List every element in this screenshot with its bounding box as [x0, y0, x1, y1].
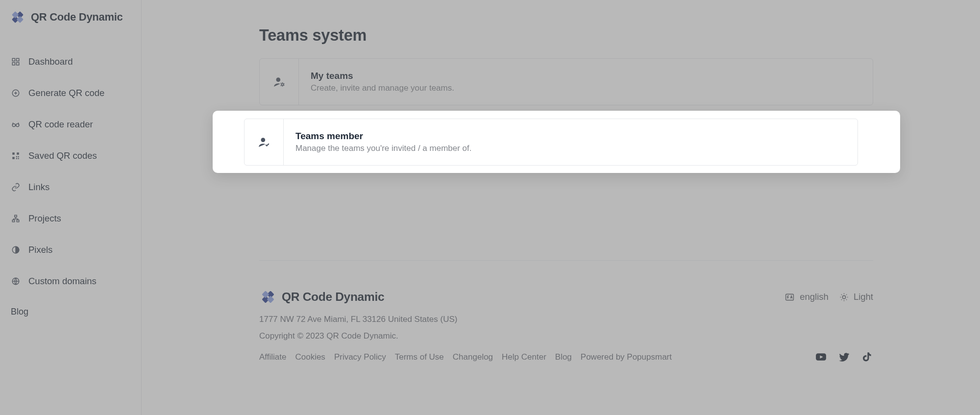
sidebar-item-label: Dashboard [28, 56, 73, 67]
tiktok-icon[interactable] [861, 351, 873, 363]
theme-switch[interactable]: Light [839, 292, 873, 302]
footer-brand-name: QR Code Dynamic [282, 290, 384, 304]
sidebar-item-label: Projects [28, 213, 61, 224]
footer-link-privacy[interactable]: Privacy Policy [334, 352, 386, 362]
svg-point-33 [261, 138, 265, 142]
card-title: My teams [311, 71, 873, 81]
svg-rect-4 [12, 58, 15, 61]
sidebar-nav: Dashboard Generate QR code QR code reade… [0, 35, 141, 297]
sidebar-item-reader[interactable]: QR code reader [0, 109, 141, 140]
svg-rect-16 [16, 158, 17, 159]
plus-circle-icon [11, 88, 21, 98]
sidebar-item-projects[interactable]: Projects [0, 203, 141, 234]
twitter-icon[interactable] [838, 351, 850, 363]
footer-link-cookies[interactable]: Cookies [295, 352, 325, 362]
svg-rect-6 [12, 63, 15, 65]
sidebar-item-links[interactable]: Links [0, 171, 141, 203]
language-label: english [800, 292, 829, 302]
svg-rect-2 [12, 11, 19, 18]
footer-brand[interactable]: QR Code Dynamic [259, 288, 384, 306]
footer-links-left: Affiliate Cookies Privacy Policy Terms o… [259, 352, 672, 362]
svg-rect-15 [18, 156, 19, 157]
sidebar-blog-label: Blog [11, 307, 28, 317]
svg-point-31 [842, 295, 845, 298]
page-title: Teams system [259, 26, 873, 45]
footer: QR Code Dynamic english Light [259, 260, 873, 363]
card-title: Teams member [295, 131, 858, 142]
footer-link-blog[interactable]: Blog [555, 352, 572, 362]
sun-icon [839, 293, 849, 302]
sidebar-item-saved[interactable]: Saved QR codes [0, 140, 141, 171]
sidebar-blog-link[interactable]: Blog [0, 297, 141, 317]
brand-logo-icon [259, 288, 277, 306]
svg-rect-28 [262, 291, 269, 298]
sidebar-item-label: Links [28, 182, 49, 193]
card-my-teams[interactable]: My teams Create, invite and manage your … [259, 58, 873, 105]
svg-rect-13 [12, 157, 15, 159]
sidebar-item-pixels[interactable]: Pixels [0, 234, 141, 266]
card-body: My teams Create, invite and manage your … [299, 59, 873, 105]
svg-rect-18 [15, 215, 17, 217]
footer-top: QR Code Dynamic english Light [259, 288, 873, 306]
footer-controls: english Light [784, 292, 873, 302]
glasses-icon [11, 120, 21, 129]
sidebar-item-label: Saved QR codes [28, 150, 97, 161]
link-icon [11, 182, 21, 192]
footer-address: 1777 NW 72 Ave Miami, FL 33126 United St… [259, 315, 873, 324]
language-icon [784, 292, 795, 302]
sidebar-item-generate[interactable]: Generate QR code [0, 77, 141, 109]
user-cog-icon [260, 59, 299, 105]
theme-label: Light [854, 292, 873, 302]
sidebar: QR Code Dynamic Dashboard Generate QR co… [0, 0, 142, 415]
svg-rect-20 [17, 220, 19, 222]
sidebar-item-label: Generate QR code [28, 88, 104, 98]
globe-icon [11, 276, 21, 286]
svg-rect-14 [16, 156, 17, 157]
footer-link-affiliate[interactable]: Affiliate [259, 352, 286, 362]
sidebar-item-label: Custom domains [28, 276, 97, 287]
card-body: Teams member Manage the teams you're inv… [284, 119, 858, 165]
sidebar-item-label: QR code reader [28, 119, 93, 130]
youtube-icon[interactable] [815, 351, 827, 363]
footer-link-help[interactable]: Help Center [502, 352, 546, 362]
card-teams-member-highlight[interactable]: Teams member Manage the teams you're inv… [244, 119, 858, 166]
svg-rect-30 [786, 294, 794, 300]
svg-point-24 [281, 83, 283, 85]
footer-links: Affiliate Cookies Privacy Policy Terms o… [259, 351, 873, 363]
sidebar-item-label: Pixels [28, 244, 52, 255]
app-root: QR Code Dynamic Dashboard Generate QR co… [0, 0, 980, 415]
svg-rect-7 [17, 63, 19, 65]
footer-link-terms[interactable]: Terms of Use [395, 352, 444, 362]
card-subtitle: Create, invite and manage your teams. [311, 83, 873, 93]
svg-rect-29 [267, 295, 274, 303]
tour-spotlight: Teams member Manage the teams you're inv… [213, 111, 900, 173]
language-switch[interactable]: english [784, 292, 829, 302]
footer-copyright: Copyright © 2023 QR Code Dynamic. [259, 331, 873, 341]
brand[interactable]: QR Code Dynamic [0, 9, 141, 35]
social-icons [815, 351, 873, 363]
brand-logo-icon [9, 9, 26, 25]
half-circle-icon [11, 245, 21, 255]
svg-point-23 [276, 77, 280, 82]
sidebar-item-domains[interactable]: Custom domains [0, 266, 141, 297]
svg-rect-11 [12, 152, 15, 155]
main: Teams system My teams Create, invite and… [142, 0, 980, 415]
card-subtitle: Manage the teams you're invited / a memb… [295, 144, 858, 153]
footer-link-powered[interactable]: Powered by Popupsmart [581, 352, 672, 362]
svg-rect-3 [17, 16, 24, 23]
user-check-icon [245, 119, 284, 165]
svg-rect-19 [12, 220, 15, 222]
grid-icon [11, 57, 21, 67]
diagram-icon [11, 214, 21, 223]
qr-icon [11, 151, 21, 161]
svg-rect-5 [17, 58, 19, 61]
brand-name: QR Code Dynamic [31, 11, 122, 24]
footer-link-changelog[interactable]: Changelog [453, 352, 493, 362]
svg-rect-12 [17, 152, 19, 155]
svg-rect-17 [18, 158, 19, 159]
sidebar-item-dashboard[interactable]: Dashboard [0, 46, 141, 77]
